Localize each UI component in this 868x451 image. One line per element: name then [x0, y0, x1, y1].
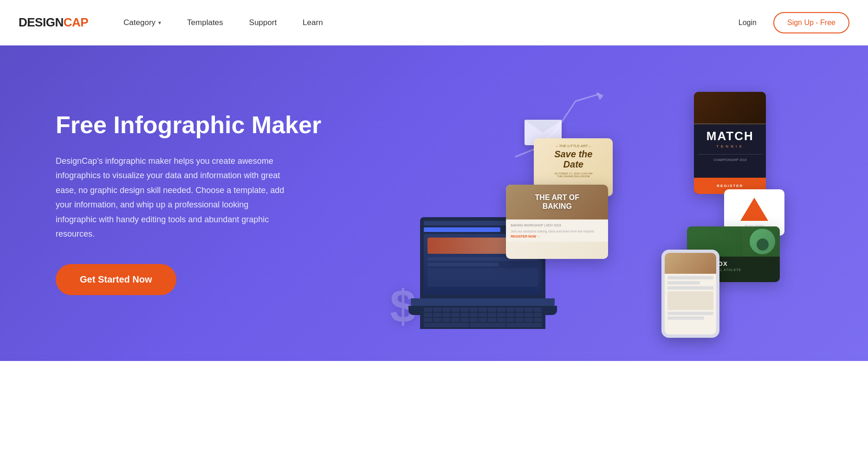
hero-section: Free Infographic Maker DesignCap's infog… [0, 45, 868, 361]
logo[interactable]: DESIGNCAP [19, 15, 88, 30]
nav-category[interactable]: Category ▾ [110, 0, 174, 45]
support-label: Support [249, 18, 277, 27]
below-hero-section [0, 361, 868, 451]
nav-templates[interactable]: Templates [174, 0, 236, 45]
cta-label: Get Started Now [80, 274, 152, 284]
category-label: Category [123, 18, 155, 27]
nav-support[interactable]: Support [236, 0, 290, 45]
templates-label: Templates [187, 18, 223, 27]
login-button[interactable]: Login [733, 15, 762, 31]
navbar: DESIGNCAP Category ▾ Templates Support L… [0, 0, 868, 45]
logo-cap-text: CAP [64, 15, 88, 29]
svg-marker-0 [596, 92, 603, 100]
logo-design-text: DESIGN [19, 15, 64, 29]
cta-button[interactable]: Get Started Now [56, 264, 176, 295]
illustration-scene: $ – THE LITTLE ART – Save theDate OCTOBE… [390, 64, 808, 342]
chevron-down-icon: ▾ [158, 19, 161, 26]
hero-title: Free Infographic Maker [56, 111, 321, 139]
nav-learn[interactable]: Learn [290, 0, 336, 45]
nav-links: Category ▾ Templates Support Learn [110, 0, 733, 45]
baking-card: THE ART OFBAKING BAKING WORKSHOP | NOV 2… [506, 185, 608, 259]
signup-button[interactable]: Sign Up - Free [773, 12, 849, 33]
learn-label: Learn [303, 18, 323, 27]
match-tennis-card: MATCH TENNIS CHAMPIONSHIP 2019 REGISTER [694, 92, 766, 194]
login-label: Login [738, 19, 757, 26]
hero-content-left: Free Infographic Maker DesignCap's infog… [56, 111, 321, 295]
signup-label: Sign Up - Free [787, 19, 836, 26]
hero-illustration: $ – THE LITTLE ART – Save theDate OCTOBE… [330, 45, 868, 361]
phone-illustration [661, 250, 719, 338]
hero-description: DesignCap's infographic maker helps you … [56, 154, 288, 242]
nav-actions: Login Sign Up - Free [733, 12, 849, 33]
